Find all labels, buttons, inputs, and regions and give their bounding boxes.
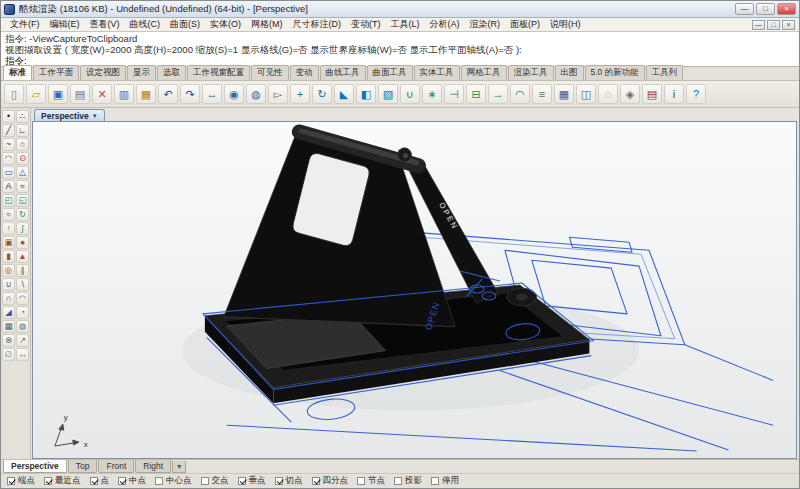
cone-icon[interactable]: ▲ bbox=[16, 250, 29, 263]
osnap-toggle[interactable]: 中心点 bbox=[155, 475, 192, 487]
toolbar-group-tab[interactable]: 出图 bbox=[555, 65, 584, 80]
toolbar-group-tab[interactable]: 选取 bbox=[157, 65, 186, 80]
extend-icon[interactable]: → bbox=[488, 84, 508, 104]
zoom-extents-icon[interactable]: ◉ bbox=[224, 84, 244, 104]
loft-icon[interactable]: ≈ bbox=[2, 208, 15, 221]
viewport-tab[interactable]: Perspective bbox=[3, 460, 67, 473]
menu-item[interactable]: 工具(L) bbox=[386, 17, 425, 32]
extrude-icon[interactable]: ↑ bbox=[2, 222, 15, 235]
paste-icon[interactable]: ▦ bbox=[136, 84, 156, 104]
print-icon[interactable]: ▤ bbox=[70, 84, 90, 104]
box-icon[interactable]: ▣ bbox=[2, 236, 15, 249]
sphere-icon[interactable]: ● bbox=[16, 236, 29, 249]
group-icon[interactable]: ◫ bbox=[576, 84, 596, 104]
lock-object-icon[interactable]: ◈ bbox=[620, 84, 640, 104]
toolbar-group-tab[interactable]: 设定视图 bbox=[80, 65, 126, 80]
viewport-tab[interactable]: Front bbox=[98, 460, 134, 473]
properties-icon[interactable]: i bbox=[664, 84, 684, 104]
menu-item[interactable]: 文件(F) bbox=[5, 17, 45, 32]
text-icon[interactable]: A bbox=[2, 180, 15, 193]
sweep-icon[interactable]: ∫ bbox=[16, 222, 29, 235]
new-file-icon[interactable]: ▯ bbox=[4, 84, 24, 104]
toolbar-group-tab[interactable]: 标准 bbox=[3, 65, 32, 80]
osnap-toggle[interactable]: 垂点 bbox=[238, 475, 266, 487]
boolean-difference-icon[interactable]: ∖ bbox=[16, 278, 29, 291]
toolbar-group-tab[interactable]: 变动 bbox=[290, 65, 319, 80]
polyline-icon[interactable]: ∟ bbox=[16, 124, 29, 137]
pipe-icon[interactable]: ∥ bbox=[16, 264, 29, 277]
toolbar-group-tab[interactable]: 5.0 的新功能 bbox=[585, 65, 645, 80]
fillet-icon[interactable]: ◠ bbox=[510, 84, 530, 104]
boolean-intersection-icon[interactable]: ∩ bbox=[2, 292, 15, 305]
osnap-toggle[interactable]: 切点 bbox=[275, 475, 303, 487]
boolean-union-icon[interactable]: ∪ bbox=[2, 278, 15, 291]
toolbar-group-tab[interactable]: 显示 bbox=[127, 65, 156, 80]
maximize-button[interactable]: □ bbox=[756, 3, 775, 15]
rotate-icon[interactable]: ↻ bbox=[312, 84, 332, 104]
polygon-icon[interactable]: △ bbox=[16, 166, 29, 179]
open-file-icon[interactable]: ▱ bbox=[26, 84, 46, 104]
array-icon[interactable]: ▦ bbox=[554, 84, 574, 104]
toolbar-group-tab[interactable]: 网格工具 bbox=[461, 65, 507, 80]
osnap-toggle[interactable]: 点 bbox=[90, 475, 110, 487]
menu-item[interactable]: 曲面(S) bbox=[165, 17, 205, 32]
analyze-direction-icon[interactable]: ↗ bbox=[16, 334, 29, 347]
rectangle-icon[interactable]: ▭ bbox=[2, 166, 15, 179]
osnap-toggle[interactable]: 最近点 bbox=[44, 475, 81, 487]
point-cloud-icon[interactable]: ∴ bbox=[16, 110, 29, 123]
menu-item[interactable]: 分析(A) bbox=[425, 17, 465, 32]
toolbar-group-tab[interactable]: 工作视窗配置 bbox=[187, 65, 250, 80]
shell-icon[interactable]: ◔ bbox=[16, 306, 29, 319]
torus-icon[interactable]: ◎ bbox=[2, 264, 15, 277]
redo-icon[interactable]: ↷ bbox=[180, 84, 200, 104]
split-icon[interactable]: ⊟ bbox=[466, 84, 486, 104]
point-icon[interactable]: • bbox=[2, 110, 15, 123]
menu-item[interactable]: 面板(P) bbox=[505, 17, 545, 32]
mirror-icon[interactable]: ◧ bbox=[356, 84, 376, 104]
hide-object-icon[interactable]: ◌ bbox=[598, 84, 618, 104]
mesh-sphere-icon[interactable]: ◍ bbox=[16, 320, 29, 333]
toolbar-group-tab[interactable]: 实体工具 bbox=[414, 65, 460, 80]
offset-icon[interactable]: ≡ bbox=[532, 84, 552, 104]
arc-icon[interactable]: ◠ bbox=[2, 152, 15, 165]
line-icon[interactable]: ╱ bbox=[2, 124, 15, 137]
menu-item[interactable]: 曲线(C) bbox=[125, 17, 166, 32]
child-minimize-button[interactable]: — bbox=[752, 20, 765, 30]
interpolate-curve-icon[interactable]: ≈ bbox=[16, 180, 29, 193]
osnap-toggle[interactable]: 端点 bbox=[7, 475, 35, 487]
menu-item[interactable]: 说明(H) bbox=[545, 17, 586, 32]
child-close-button[interactable]: × bbox=[782, 20, 795, 30]
viewport-tab-menu-button[interactable]: ▾ bbox=[172, 461, 186, 473]
viewport-tab[interactable]: Right bbox=[135, 460, 171, 473]
toolbar-group-tab[interactable]: 曲面工具 bbox=[367, 65, 413, 80]
menu-item[interactable]: 实体(O) bbox=[205, 17, 246, 32]
close-button[interactable]: × bbox=[777, 3, 796, 15]
pan-view-icon[interactable]: ↔ bbox=[202, 84, 222, 104]
chamfer-icon[interactable]: ◢ bbox=[2, 306, 15, 319]
app-icon[interactable] bbox=[4, 4, 15, 15]
move-icon[interactable]: + bbox=[290, 84, 310, 104]
osnap-toggle[interactable]: 投影 bbox=[394, 475, 422, 487]
surface-corner-icon[interactable]: ◱ bbox=[16, 194, 29, 207]
select-icon[interactable]: ▻ bbox=[268, 84, 288, 104]
save-icon[interactable]: ▣ bbox=[48, 84, 68, 104]
cut-icon[interactable]: ✕ bbox=[92, 84, 112, 104]
menu-item[interactable]: 编辑(E) bbox=[45, 17, 85, 32]
trim-icon[interactable]: ⊣ bbox=[444, 84, 464, 104]
layer-icon[interactable]: ▤ bbox=[642, 84, 662, 104]
child-restore-button[interactable]: □ bbox=[767, 20, 780, 30]
copy-icon[interactable]: ▥ bbox=[114, 84, 134, 104]
ellipse-icon[interactable]: ⊙ bbox=[16, 152, 29, 165]
circle-icon[interactable]: ○ bbox=[16, 138, 29, 151]
menu-item[interactable]: 查看(V) bbox=[85, 17, 125, 32]
join-icon[interactable]: ∪ bbox=[400, 84, 420, 104]
toolbar-group-tab[interactable]: 工具列 bbox=[646, 65, 684, 80]
curve-boolean-icon[interactable]: ⊗ bbox=[2, 334, 15, 347]
osnap-toggle[interactable]: 节点 bbox=[357, 475, 385, 487]
menu-item[interactable]: 渲染(R) bbox=[465, 17, 506, 32]
measure-icon[interactable]: ∅ bbox=[2, 348, 15, 361]
undo-icon[interactable]: ↶ bbox=[158, 84, 178, 104]
menu-item[interactable]: 尺寸标注(D) bbox=[288, 17, 347, 32]
dimension-icon[interactable]: ↔ bbox=[16, 348, 29, 361]
zoom-window-icon[interactable]: ◍ bbox=[246, 84, 266, 104]
